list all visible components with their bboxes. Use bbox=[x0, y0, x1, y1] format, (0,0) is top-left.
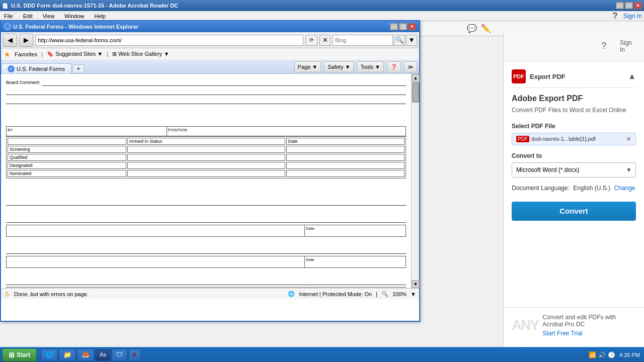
ie-expand-btn[interactable]: ≫ bbox=[404, 61, 417, 72]
new-tab-btn[interactable]: + bbox=[72, 64, 85, 73]
file-remove-btn[interactable]: ✕ bbox=[626, 135, 631, 143]
ie-safety-btn[interactable]: Safety ▼ bbox=[324, 61, 354, 72]
taskbar-time[interactable]: 4:26 PM bbox=[619, 352, 640, 358]
taskbar-mcafee-item[interactable]: 🛡 bbox=[112, 349, 127, 361]
status-text: Done, but with errors on page. bbox=[14, 291, 89, 297]
any-logo: ANY bbox=[512, 317, 538, 333]
acrobat-menubar: File Edit View Window Help ? Sign In bbox=[0, 11, 644, 21]
ie-address-input[interactable] bbox=[35, 35, 303, 46]
ie-tab-federal-forms[interactable]: e U.S. Federal Forms bbox=[1, 63, 71, 73]
ie-minimize-btn[interactable]: — bbox=[390, 23, 398, 30]
ie-back-btn[interactable]: ◀ bbox=[3, 34, 17, 47]
help-icon[interactable]: ? bbox=[613, 12, 617, 21]
ie-scrollbar-v[interactable]: ▲ ▼ bbox=[411, 74, 419, 288]
ie-tools-btn[interactable]: Tools ▼ bbox=[357, 61, 384, 72]
favorites-label[interactable]: Favorites bbox=[15, 51, 37, 57]
tray-network-icon[interactable]: 📶 bbox=[589, 351, 596, 358]
change-language-link[interactable]: Change bbox=[614, 185, 635, 192]
ie-title: U.S. Federal Forms - Windows Internet Ex… bbox=[13, 24, 138, 30]
qualified-cell: Qualified bbox=[8, 154, 126, 161]
by-label: BY bbox=[8, 128, 13, 132]
file-name-label: dod-navres-1...lable[1].pdf bbox=[531, 136, 596, 142]
acrobat-maximize-btn[interactable]: □ bbox=[625, 2, 633, 9]
acrobat-minimize-btn[interactable]: — bbox=[616, 2, 624, 9]
taskbar-folder-item[interactable]: 📁 bbox=[59, 349, 76, 361]
ie-stop-btn[interactable]: ✕ bbox=[319, 35, 331, 46]
folder-taskbar-icon: 📁 bbox=[63, 351, 71, 358]
board-comment-line3 bbox=[6, 97, 406, 104]
acrobat-icon: 📄 bbox=[2, 3, 8, 9]
ie-refresh-btn[interactable]: ⟳ bbox=[305, 35, 317, 46]
ie-tab-label: U.S. Federal Forms bbox=[17, 66, 65, 72]
date-label-2: Date bbox=[306, 257, 314, 262]
ie-page-btn[interactable]: Page ▼ bbox=[294, 61, 321, 72]
sign-in-panel-btn[interactable]: Sign In bbox=[620, 38, 636, 54]
ie-forward-btn[interactable]: ▶ bbox=[19, 34, 33, 47]
taskbar-items: 🌐 📁 🦊 Aa 🛡 A bbox=[41, 349, 140, 361]
blank-section-4 bbox=[6, 270, 406, 285]
ie-close-btn[interactable]: ✕ bbox=[408, 23, 416, 30]
help-panel-btn[interactable]: ? bbox=[596, 38, 612, 54]
qualified-row: Qualified bbox=[8, 154, 405, 161]
tray-volume-icon[interactable]: 🔊 bbox=[598, 351, 606, 358]
select-pdf-label: Select PDF File bbox=[512, 123, 636, 130]
panel-promo-section: ANY Convert and edit PDFs with Acrobat P… bbox=[504, 307, 644, 347]
taskbar-right: 📶 🔊 🕓 4:26 PM bbox=[589, 351, 644, 358]
ie-help-btn[interactable]: ❓ bbox=[387, 61, 401, 72]
convert-to-select[interactable]: Microsoft Word (*.docx) Microsoft Excel … bbox=[512, 162, 636, 177]
taskbar-acrobat-item[interactable]: Aa bbox=[95, 349, 110, 361]
convert-btn[interactable]: Convert bbox=[512, 202, 636, 221]
doc-lang-text: Document Language: English (U.S.) Change bbox=[512, 185, 636, 192]
web-slice-btn[interactable]: ⊞ Web Slice Gallery ▼ bbox=[112, 51, 169, 57]
acrobat-title: U.S. DDD Form dod-navres-1571-15 - Adobe… bbox=[11, 3, 178, 9]
pencil-icon[interactable]: ✏️ bbox=[481, 24, 491, 33]
blank-section-1 bbox=[6, 180, 406, 206]
acrobat-menu-file[interactable]: File bbox=[2, 12, 15, 20]
acrobat-menu-window[interactable]: Window bbox=[62, 12, 86, 20]
ie-search-input[interactable] bbox=[333, 35, 393, 46]
taskbar-adobe-item[interactable]: A bbox=[128, 349, 141, 361]
acrobat-menu-edit[interactable]: Edit bbox=[21, 12, 35, 20]
ie-content-wrapper: ▲ ▼ ▶ Board Comment: bbox=[1, 74, 419, 299]
nominated-date-cell bbox=[286, 170, 405, 177]
app1-taskbar-icon: 🦊 bbox=[82, 351, 90, 358]
status-empty-header bbox=[8, 138, 126, 145]
arrived-status-header: Arrived in Status bbox=[127, 138, 285, 145]
ie-mode-text: Internet | Protected Mode: On bbox=[299, 291, 372, 297]
start-btn[interactable]: ⊞ Start bbox=[2, 348, 37, 361]
acrobat-menu-view[interactable]: View bbox=[41, 12, 57, 20]
free-trial-link[interactable]: Start Free Trial bbox=[542, 330, 582, 337]
ie-search-btn[interactable]: 🔍 bbox=[394, 35, 405, 46]
ie-tab-icon: e bbox=[8, 65, 15, 72]
scroll-track[interactable] bbox=[412, 82, 419, 280]
comment-icon[interactable]: 💬 bbox=[467, 24, 477, 33]
date-cell-2 bbox=[7, 256, 305, 267]
panel-collapse-btn[interactable]: ▲ bbox=[628, 72, 636, 81]
ie-tab-area: e U.S. Federal Forms + Page ▼ Safety ▼ T… bbox=[1, 60, 419, 74]
scroll-thumb[interactable] bbox=[412, 82, 419, 103]
ie-search-options-btn[interactable]: ▼ bbox=[406, 35, 417, 46]
nominated-cell: Nominated bbox=[8, 170, 126, 177]
form-document: Board Comment: BY POSITION bbox=[1, 74, 411, 288]
file-pdf-badge: PDF bbox=[516, 136, 529, 142]
taskbar-ie-item[interactable]: 🌐 bbox=[41, 349, 58, 361]
board-comment-row: Board Comment: bbox=[6, 79, 406, 86]
acrobat-close-btn[interactable]: ✕ bbox=[634, 2, 642, 9]
suggested-sites-btn[interactable]: 🔖 Suggested Sites ▼ bbox=[47, 51, 103, 57]
zoom-dropdown[interactable]: ▼ bbox=[411, 291, 416, 297]
ie-restore-btn[interactable]: ◻ bbox=[399, 23, 407, 30]
doc-language-value: English (U.S.) bbox=[573, 185, 610, 192]
acrobat-menu-help[interactable]: Help bbox=[92, 12, 108, 20]
taskbar-app1-item[interactable]: 🦊 bbox=[77, 349, 94, 361]
date-label: Date bbox=[288, 139, 298, 144]
doc-language-label: Document Language: bbox=[512, 185, 570, 192]
sign-in-btn[interactable]: Sign In bbox=[623, 13, 642, 20]
screening-label: Screening bbox=[10, 147, 30, 152]
taskbar: ⊞ Start 🌐 📁 🦊 Aa 🛡 A 📶 🔊 🕓 4:26 PM bbox=[0, 347, 644, 362]
ie-taskbar-icon: 🌐 bbox=[45, 351, 53, 358]
scroll-up-btn[interactable]: ▲ bbox=[412, 74, 420, 82]
scroll-down-btn[interactable]: ▼ bbox=[412, 280, 420, 288]
acrobat-taskbar-icon: Aa bbox=[100, 352, 106, 357]
arrived-status-label: Arrived in Status bbox=[129, 139, 163, 144]
designated-row: Designated bbox=[8, 162, 405, 169]
